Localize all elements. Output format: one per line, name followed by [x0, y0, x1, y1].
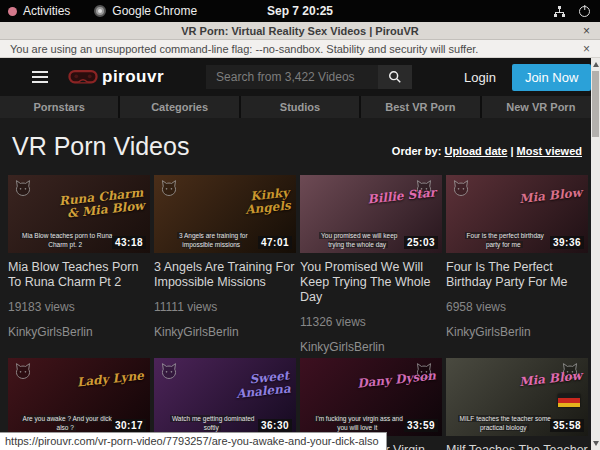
thumbnail-caption: Four is the perfect birthday party for m… [457, 231, 551, 251]
order-by-controls: Order by: Upload date | Most viewed [392, 145, 582, 161]
scrollbar-down-arrow-icon[interactable] [593, 441, 599, 446]
studio-link[interactable]: KinkyGirlsBerlin [446, 325, 588, 339]
login-link[interactable]: Login [464, 70, 496, 85]
nav-item-pornstars[interactable]: Pornstars [0, 96, 118, 118]
nav-item-studios[interactable]: Studios [241, 96, 359, 118]
video-card[interactable]: Mia Blow MILF teaches the teacher some p… [446, 358, 588, 450]
video-thumbnail[interactable]: Kinky Angels 3 Angels are training for i… [154, 175, 296, 253]
search-bar [206, 65, 412, 89]
thumbnail-performer-name: Sweet Analena [201, 369, 291, 403]
recording-indicator-icon [8, 7, 17, 16]
thumbnail-performer-name: Mia Blow [494, 186, 583, 208]
thumbnail-caption: MILF teaches the teacher some practical … [457, 414, 551, 434]
duration-badge: 33:59 [404, 419, 438, 432]
studio-cat-mask-icon [13, 179, 33, 197]
scrollbar-thumb[interactable] [592, 71, 599, 137]
search-input[interactable] [206, 65, 378, 89]
window-close-icon[interactable]: × [583, 24, 600, 38]
search-icon [388, 70, 402, 84]
site-logo[interactable]: pirouvr [68, 67, 164, 87]
page-content: VR Porn Videos Order by: Upload date | M… [0, 118, 600, 450]
chrome-warning-bar: You are using an unsupported command-lin… [0, 40, 600, 58]
thumbnail-caption: I'm fucking your virgin ass and you will… [311, 414, 405, 434]
video-title[interactable]: You Promised We Will Keep Trying The Who… [300, 260, 442, 305]
thumbnail-performer-name: Billie Star [348, 186, 437, 208]
view-count: 6958 views [446, 300, 588, 314]
video-thumbnail[interactable]: Dany Dyson I'm fucking your virgin ass a… [300, 358, 442, 436]
focused-app-menu[interactable]: Google Chrome [94, 4, 197, 18]
video-title[interactable]: 3 Angels Are Training For Impossible Mis… [154, 260, 296, 290]
clock[interactable]: Sep 7 20:25 [0, 4, 600, 18]
order-by-label: Order by: [392, 145, 442, 157]
thumbnail-caption: Mia Blow teaches porn to Runa Charm pt. … [19, 231, 113, 251]
video-title[interactable]: Four Is The Perfect Birthday Party For M… [446, 260, 588, 290]
video-card[interactable]: Runa Charm & Mia Blow Mia Blow teaches p… [8, 175, 150, 354]
video-thumbnail[interactable]: Billie Star You promised we will keep tr… [300, 175, 442, 253]
studio-cat-mask-icon [159, 179, 179, 197]
thumbnail-performer-name: Lady Lyne [56, 369, 145, 391]
view-count: 19183 views [8, 300, 150, 314]
order-separator: | [510, 145, 513, 157]
video-thumbnail[interactable]: Sweet Analena Watch me getting dominated… [154, 358, 296, 436]
order-by-most-viewed-link[interactable]: Most viewed [517, 145, 582, 157]
browser-viewport: pirouvr Login Join Now Pornstars Categor… [0, 58, 600, 450]
site-header: pirouvr Login Join Now [0, 58, 600, 96]
duration-badge: 36:30 [258, 419, 292, 432]
system-top-bar: Activities Google Chrome Sep 7 20:25 [0, 0, 600, 22]
view-count: 11326 views [300, 315, 442, 329]
window-title: VR Porn: Virtual Reality Sex Videos | Pi… [0, 25, 600, 37]
studio-cat-mask-icon [159, 362, 179, 380]
video-thumbnail[interactable]: Runa Charm & Mia Blow Mia Blow teaches p… [8, 175, 150, 253]
duration-badge: 30:17 [112, 419, 146, 432]
video-thumbnail[interactable]: Mia Blow MILF teaches the teacher some p… [446, 358, 588, 436]
view-count: 11111 views [154, 300, 296, 314]
thumbnail-performer-name: Mia Blow [494, 369, 583, 391]
duration-badge: 39:36 [550, 236, 584, 249]
power-icon[interactable] [579, 6, 590, 17]
video-grid: Runa Charm & Mia Blow Mia Blow teaches p… [8, 175, 596, 450]
studio-link[interactable]: KinkyGirlsBerlin [8, 325, 150, 339]
join-now-button[interactable]: Join Now [512, 64, 591, 91]
network-icon[interactable] [554, 6, 565, 17]
thumbnail-performer-name: Kinky Angels [201, 186, 291, 220]
warning-close-icon[interactable]: × [583, 42, 590, 56]
main-nav: Pornstars Categories Studios Best VR Por… [0, 96, 600, 118]
duration-badge: 43:18 [112, 236, 146, 249]
nav-item-best-vr-porn[interactable]: Best VR Porn [361, 96, 479, 118]
video-card[interactable]: Mia Blow Four is the perfect birthday pa… [446, 175, 588, 354]
video-card[interactable]: Kinky Angels 3 Angels are training for i… [154, 175, 296, 354]
thumbnail-performer-name: Dany Dyson [348, 369, 437, 391]
video-thumbnail[interactable]: Lady Lyne Are you awake ? And your dick … [8, 358, 150, 436]
nav-item-categories[interactable]: Categories [120, 96, 238, 118]
video-card[interactable]: Billie Star You promised we will keep tr… [300, 175, 442, 354]
video-title[interactable]: Mia Blow Teaches Porn To Runa Charm Pt 2 [8, 260, 150, 290]
vertical-scrollbar[interactable] [591, 58, 600, 450]
order-by-upload-date-link[interactable]: Upload date [444, 145, 507, 157]
german-flag-icon [558, 394, 580, 407]
window-titlebar: VR Porn: Virtual Reality Sex Videos | Pi… [0, 22, 600, 40]
duration-badge: 25:03 [404, 236, 438, 249]
vr-goggles-icon [68, 69, 98, 85]
scrollbar-up-arrow-icon[interactable] [593, 62, 599, 67]
duration-badge: 47:01 [258, 236, 292, 249]
warning-text: You are using an unsupported command-lin… [10, 43, 478, 55]
studio-cat-mask-icon [451, 179, 471, 197]
chrome-icon [94, 5, 106, 17]
search-button[interactable] [378, 65, 412, 89]
thumbnail-caption: 3 Angels are training for impossible mis… [165, 231, 259, 251]
site-logo-text: pirouvr [102, 67, 164, 87]
status-bar-url: https://pirouvr.com/vr-porn-video/779325… [0, 432, 387, 450]
thumbnail-caption: Are you awake ? And your dick also ? [19, 414, 113, 434]
menu-hamburger-icon[interactable] [32, 71, 48, 83]
studio-cat-mask-icon [13, 362, 33, 380]
studio-link[interactable]: KinkyGirlsBerlin [154, 325, 296, 339]
duration-badge: 35:58 [550, 419, 584, 432]
thumbnail-performer-name: Runa Charm & Mia Blow [55, 186, 145, 220]
thumbnail-caption: You promised we will keep trying the who… [311, 231, 405, 251]
video-title[interactable]: Milf Teaches The Teacher Some Practical … [446, 443, 588, 450]
focused-app-label: Google Chrome [112, 4, 197, 18]
nav-item-new-vr-porn[interactable]: New VR Porn [482, 96, 600, 118]
activities-button[interactable]: Activities [23, 4, 70, 18]
studio-link[interactable]: KinkyGirlsBerlin [300, 340, 442, 354]
video-thumbnail[interactable]: Mia Blow Four is the perfect birthday pa… [446, 175, 588, 253]
